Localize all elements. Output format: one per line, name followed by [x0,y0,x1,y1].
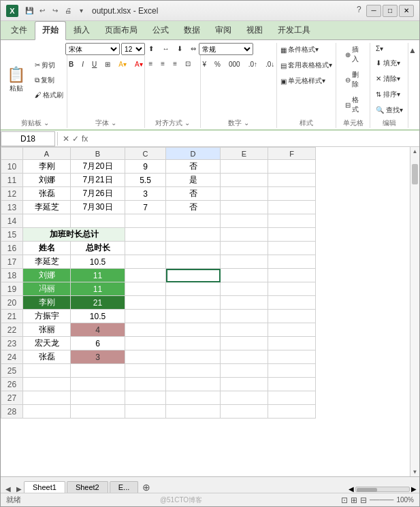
cell-f13[interactable] [268,201,316,214]
cell-f23[interactable] [268,337,316,350]
cell-a19[interactable]: 冯丽 [23,282,71,296]
cell-d12[interactable]: 否 [166,187,221,201]
cell-a14[interactable] [23,214,71,228]
cell-f16[interactable] [268,242,316,255]
cell-f26[interactable] [268,378,316,391]
cell-reference-input[interactable] [1,131,55,146]
cell-e10[interactable] [221,160,268,174]
col-header-c[interactable]: C [125,148,166,160]
cell-c19[interactable] [125,282,166,296]
cell-a17[interactable]: 李延芝 [23,255,71,269]
cell-a23[interactable]: 宏天龙 [23,337,71,350]
cell-e25[interactable] [221,364,268,378]
cell-a26[interactable] [23,378,71,391]
sheet-tab-e[interactable]: E... [110,481,139,493]
font-size-select[interactable]: 12 [121,43,145,55]
align-top-button[interactable]: ⬆ [145,43,157,54]
add-sheet-button[interactable]: ⊕ [140,482,153,493]
help-icon[interactable]: ? [357,5,361,17]
cell-a13[interactable]: 李延芝 [23,201,71,214]
close-button[interactable]: ✕ [399,5,414,17]
find-select-button[interactable]: 🔍 查找▾ [372,103,406,117]
format-cells-button[interactable]: ⊟格式 [340,93,366,116]
cell-a20[interactable]: 李刚 [23,296,71,310]
cell-d26[interactable] [166,378,221,391]
cell-e13[interactable] [221,201,268,214]
view-layout-button[interactable]: ⊞ [351,495,357,505]
cell-d24[interactable] [166,350,221,364]
zoom-slider[interactable]: ───── [370,496,393,504]
cell-d19[interactable] [166,282,221,296]
bold-button[interactable]: B [65,59,77,70]
cell-c18[interactable] [125,269,166,282]
cell-d15[interactable] [166,228,221,242]
cell-b17[interactable]: 10.5 [71,255,125,269]
cell-c27[interactable] [125,391,166,405]
tab-review[interactable]: 审阅 [208,21,239,39]
minimize-button[interactable]: ─ [366,5,381,17]
cell-f17[interactable] [268,255,316,269]
cancel-formula-icon[interactable]: ✕ [63,134,69,144]
border-button[interactable]: ⊞ [101,59,114,70]
italic-button[interactable]: I [78,59,87,70]
copy-button[interactable]: ⧉ 复制 [31,73,67,87]
insert-cells-button[interactable]: ⊕插入 [340,43,366,66]
cell-f10[interactable] [268,160,316,174]
cell-e16[interactable] [221,242,268,255]
fill-color-button[interactable]: A▾ [115,59,130,70]
cell-b21[interactable]: 10.5 [71,310,125,323]
cell-a27[interactable] [23,391,71,405]
customize-qa-icon[interactable]: ▾ [76,5,86,16]
cell-d11[interactable]: 是 [166,174,221,187]
paste-button[interactable]: 📋 粘贴 [3,63,29,97]
cell-e23[interactable] [221,337,268,350]
col-header-a[interactable]: A [23,148,71,160]
hscroll-right-button[interactable]: ▶ [411,485,417,493]
cell-e19[interactable] [221,282,268,296]
align-bottom-button[interactable]: ⬇ [174,43,186,54]
underline-button[interactable]: U [88,59,100,70]
formula-input[interactable] [91,131,419,146]
col-header-e[interactable]: E [221,148,268,160]
cell-a28[interactable] [23,405,71,419]
cell-a11[interactable]: 刘娜 [23,174,71,187]
cell-a22[interactable]: 张丽 [23,323,71,337]
sheet-tab-sheet2[interactable]: Sheet2 [67,481,108,493]
clear-button[interactable]: ✕ 清除▾ [372,72,404,86]
cell-f19[interactable] [268,282,316,296]
cell-e18[interactable] [221,269,268,282]
align-middle-button[interactable]: ↔ [159,43,172,54]
cell-c12[interactable]: 3 [125,187,166,201]
cell-c13[interactable]: 7 [125,201,166,214]
cell-c17[interactable] [125,255,166,269]
cell-e24[interactable] [221,350,268,364]
scroll-thumb[interactable] [412,164,418,184]
cell-d27[interactable] [166,391,221,405]
cell-d25[interactable] [166,364,221,378]
cell-e27[interactable] [221,391,268,405]
cell-b13[interactable]: 7月30日 [71,201,125,214]
cell-b18[interactable]: 11 [71,269,125,282]
cell-f27[interactable] [268,391,316,405]
cell-b20[interactable]: 21 [71,296,125,310]
cell-styles-button[interactable]: ▣ 单元格样式▾ [277,74,329,88]
cell-d14[interactable] [166,214,221,228]
hscroll-thumb[interactable] [357,488,377,492]
cell-d28[interactable] [166,405,221,419]
save-qa-icon[interactable]: 💾 [24,5,35,16]
undo-qa-icon[interactable]: ↩ [37,5,48,16]
font-family-select[interactable]: 宋体 [65,43,120,55]
cell-e12[interactable] [221,187,268,201]
align-left-button[interactable]: ≡ [145,58,156,69]
cell-c20[interactable] [125,296,166,310]
insert-function-icon[interactable]: fx [82,134,88,144]
collapse-ribbon-button[interactable]: ▲ [408,46,417,55]
redo-qa-icon[interactable]: ↪ [50,5,61,16]
currency-button[interactable]: ¥ [199,59,210,70]
cell-f22[interactable] [268,323,316,337]
tab-insert[interactable]: 插入 [66,21,97,39]
cell-e14[interactable] [221,214,268,228]
cell-c24[interactable] [125,350,166,364]
cell-b24[interactable]: 3 [71,350,125,364]
cell-f21[interactable] [268,310,316,323]
